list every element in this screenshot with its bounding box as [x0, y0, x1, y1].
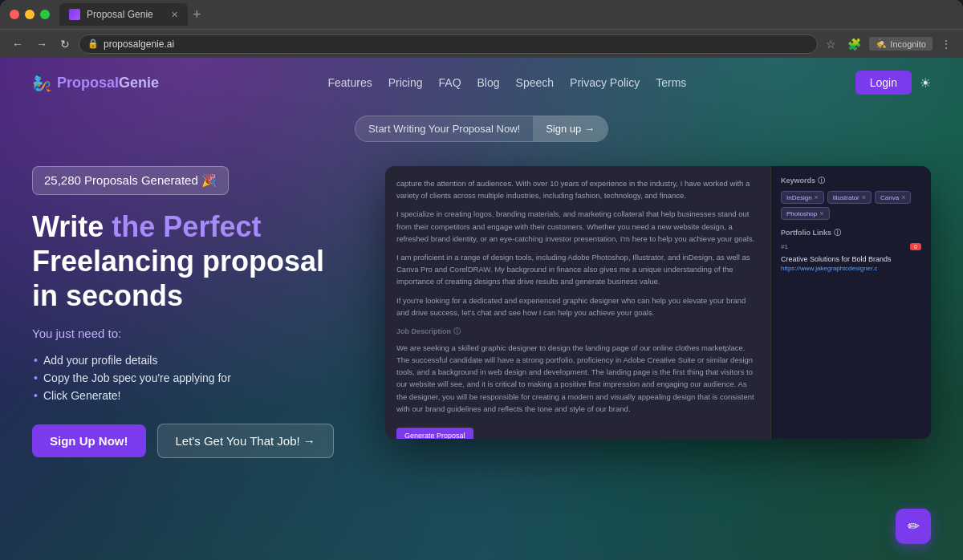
active-tab[interactable]: Proposal Genie ✕ — [59, 3, 188, 26]
keyword-tags: InDesign × Illustrator × Canva × Photosh… — [781, 191, 921, 220]
nav-pricing[interactable]: Pricing — [388, 76, 423, 89]
preview-right-panel: Keywords ⓘ InDesign × Illustrator × Canv… — [770, 166, 931, 439]
preview-text-1: capture the attention of audiences. With… — [396, 177, 759, 201]
cta-bar-inner: Start Writing Your Proposal Now! Sign up… — [355, 116, 608, 142]
extensions-button[interactable]: 🧩 — [844, 36, 864, 52]
chat-button[interactable]: ✏ — [896, 509, 931, 544]
heading-write: Write — [32, 210, 112, 243]
keyword-indesign: InDesign × — [781, 191, 824, 204]
incognito-label: Incognito — [890, 39, 926, 49]
portfolio-tagline: Creative Solutions for Bold Brands — [781, 255, 921, 263]
hero-content: 25,280 Proposals Generated 🎉 Write the P… — [32, 166, 931, 458]
chat-icon: ✏ — [908, 517, 920, 535]
tab-close-button[interactable]: ✕ — [171, 10, 178, 20]
incognito-icon: 🕵 — [876, 39, 887, 49]
browser-toolbar: ← → ↻ 🔒 proposalgenie.ai ☆ 🧩 🕵 Incognito… — [0, 29, 963, 58]
browser-chrome: Proposal Genie ✕ + ← → ↻ 🔒 proposalgenie… — [0, 0, 963, 58]
site-logo: 🧞 ProposalGenie — [32, 73, 159, 92]
portfolio-count: 0 — [910, 243, 921, 250]
preview-text-2: I specialize in creating logos, branding… — [396, 208, 759, 245]
portfolio-section: Portfolio Links ⓘ #1 0 Creative Solution… — [781, 228, 921, 272]
portfolio-url: https://www.jakegraphicdesigner.c — [781, 265, 921, 272]
heading-rest: Freelancing proposal in seconds — [32, 245, 324, 312]
job-description-text: We are seeking a skilled graphic designe… — [396, 342, 759, 415]
portfolio-item-1: #1 0 — [781, 243, 921, 250]
keyword-canva: Canva × — [875, 191, 911, 204]
portfolio-links-label: Portfolio Links ⓘ — [781, 228, 921, 238]
url-text: proposalgenie.ai — [104, 39, 174, 50]
nav-features[interactable]: Features — [327, 76, 372, 89]
browser-tabs: Proposal Genie ✕ + — [59, 0, 953, 29]
logo-genie: Genie — [119, 75, 159, 91]
tab-favicon — [69, 9, 80, 20]
list-item-1: Add your profile details — [32, 351, 353, 369]
portfolio-number: #1 — [781, 243, 788, 250]
logo-proposal: Proposal — [57, 75, 119, 91]
keywords-section: Keywords ⓘ InDesign × Illustrator × Canv… — [781, 176, 921, 220]
cta-bar-text: Start Writing Your Proposal Now! — [356, 116, 533, 141]
logo-text: ProposalGenie — [57, 75, 159, 91]
hero-subtext: You just need to: — [32, 327, 353, 340]
nav-speech[interactable]: Speech — [516, 76, 554, 89]
forward-button[interactable]: → — [32, 36, 51, 52]
logo-icon: 🧞 — [32, 73, 52, 92]
new-tab-button[interactable]: + — [188, 6, 206, 23]
nav-terms[interactable]: Terms — [656, 76, 686, 89]
minimize-window-button[interactable] — [25, 10, 35, 19]
toolbar-right: ☆ 🧩 🕵 Incognito ⋮ — [823, 36, 955, 52]
cta-bar: Start Writing Your Proposal Now! Sign up… — [32, 116, 931, 142]
signup-button[interactable]: Sign Up Now! — [32, 424, 146, 457]
generate-proposal-button[interactable]: Generate Proposal — [396, 428, 473, 439]
heading-highlight: the Perfect — [112, 210, 261, 243]
nav-actions: Login ☀ — [855, 71, 931, 95]
tab-title: Proposal Genie — [87, 9, 153, 20]
preview-left-panel: capture the attention of audiences. With… — [385, 166, 770, 439]
login-button[interactable]: Login — [855, 71, 912, 95]
nav-privacy[interactable]: Privacy Policy — [570, 76, 640, 89]
nav-blog[interactable]: Blog — [477, 76, 500, 89]
keyword-photoshop: Photoshop × — [781, 207, 830, 220]
hero-left: 25,280 Proposals Generated 🎉 Write the P… — [32, 166, 353, 458]
nav-faq[interactable]: FAQ — [439, 76, 461, 89]
preview-text-3: I am proficient in a range of design too… — [396, 251, 759, 288]
hero-section: Start Writing Your Proposal Now! Sign up… — [0, 108, 963, 458]
hero-list: Add your profile details Copy the Job sp… — [32, 351, 353, 404]
address-bar[interactable]: 🔒 proposalgenie.ai — [79, 34, 818, 54]
preview-text-4: If you're looking for a dedicated and ex… — [396, 294, 759, 319]
job-description-label: Job Description ⓘ — [396, 327, 759, 337]
ssl-lock-icon: 🔒 — [87, 39, 99, 49]
menu-button[interactable]: ⋮ — [937, 36, 955, 52]
hero-heading: Write the Perfect Freelancing proposal i… — [32, 209, 353, 314]
close-window-button[interactable] — [10, 10, 19, 19]
refresh-button[interactable]: ↻ — [56, 36, 74, 52]
cta-bar-button[interactable]: Sign up → — [533, 116, 607, 141]
incognito-button[interactable]: 🕵 Incognito — [869, 37, 933, 51]
bookmark-button[interactable]: ☆ — [823, 36, 839, 52]
preview-card: capture the attention of audiences. With… — [385, 166, 931, 439]
keywords-label: Keywords ⓘ — [781, 176, 921, 186]
nav-links: Features Pricing FAQ Blog Speech Privacy… — [327, 75, 686, 90]
traffic-lights — [10, 10, 50, 19]
site-navigation: 🧞 ProposalGenie Features Pricing FAQ Blo… — [0, 58, 963, 108]
browser-titlebar: Proposal Genie ✕ + — [0, 0, 963, 29]
list-item-3: Click Generate! — [32, 387, 353, 404]
theme-toggle-button[interactable]: ☀ — [920, 75, 931, 91]
keyword-illustrator: Illustrator × — [827, 191, 872, 204]
app-preview: capture the attention of audiences. With… — [385, 166, 931, 439]
proposals-badge: 25,280 Proposals Generated 🎉 — [32, 166, 229, 195]
list-item-2: Copy the Job spec you're applying for — [32, 369, 353, 387]
fullscreen-window-button[interactable] — [40, 10, 50, 19]
hero-buttons: Sign Up Now! Let's Get You That Job! → — [32, 424, 353, 458]
get-job-button[interactable]: Let's Get You That Job! → — [157, 424, 334, 458]
website-content: 🧞 ProposalGenie Features Pricing FAQ Blo… — [0, 58, 963, 560]
back-button[interactable]: ← — [8, 36, 27, 52]
